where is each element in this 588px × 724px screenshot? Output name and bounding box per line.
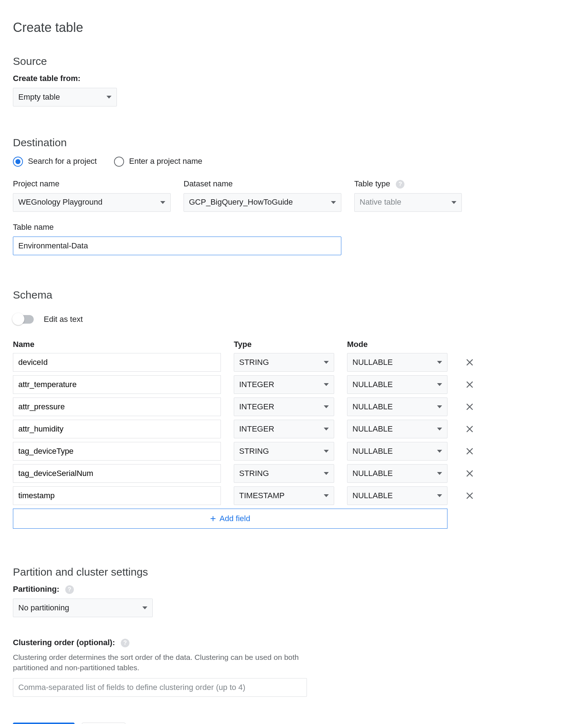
field-type-value: STRING	[239, 357, 269, 368]
field-name-input[interactable]	[13, 486, 221, 505]
table-name-input[interactable]	[13, 237, 341, 255]
field-type-dropdown[interactable]: INTEGER	[234, 420, 334, 438]
field-mode-value: NULLABLE	[352, 446, 393, 457]
field-name-input[interactable]	[13, 420, 221, 438]
delete-field-button[interactable]	[460, 464, 479, 483]
create-table-from-dropdown[interactable]: Empty table	[13, 88, 117, 106]
edit-as-text-label: Edit as text	[44, 314, 83, 325]
field-mode-value: NULLABLE	[352, 357, 393, 368]
field-mode-dropdown[interactable]: NULLABLE	[347, 442, 447, 461]
radio-icon-unchecked	[114, 157, 124, 167]
schema-col-name-header: Name	[13, 339, 221, 350]
schema-row: STRINGNULLABLE	[13, 442, 575, 461]
create-table-button[interactable]: Create table	[13, 723, 75, 724]
add-field-label: Add field	[219, 513, 250, 524]
caret-down-icon	[437, 450, 442, 453]
partitioning-label: Partitioning: ?	[13, 584, 575, 595]
radio-icon-checked	[13, 157, 23, 167]
field-name-input[interactable]	[13, 353, 221, 372]
delete-field-button[interactable]	[460, 442, 479, 461]
field-mode-value: NULLABLE	[352, 401, 393, 413]
caret-down-icon	[324, 450, 329, 453]
caret-down-icon	[437, 494, 442, 497]
dataset-name-label: Dataset name	[184, 178, 341, 190]
caret-down-icon	[324, 494, 329, 497]
table-type-label: Table type ?	[354, 178, 462, 190]
partitioning-value: No partitioning	[18, 602, 69, 614]
section-partition-heading: Partition and cluster settings	[13, 565, 575, 580]
cancel-button[interactable]: Cancel	[82, 723, 125, 724]
delete-field-button[interactable]	[460, 486, 479, 505]
field-mode-dropdown[interactable]: NULLABLE	[347, 486, 447, 505]
caret-down-icon	[324, 405, 329, 408]
radio-enter-label: Enter a project name	[129, 156, 202, 167]
radio-enter-project[interactable]: Enter a project name	[114, 156, 202, 167]
field-type-dropdown[interactable]: INTEGER	[234, 375, 334, 394]
field-type-value: INTEGER	[239, 379, 274, 390]
create-table-from-value: Empty table	[18, 92, 60, 103]
caret-down-icon	[437, 383, 442, 386]
field-name-input[interactable]	[13, 397, 221, 416]
clustering-label: Clustering order (optional): ?	[13, 637, 575, 648]
radio-search-project[interactable]: Search for a project	[13, 156, 97, 167]
field-mode-dropdown[interactable]: NULLABLE	[347, 353, 447, 372]
caret-down-icon	[437, 472, 442, 475]
delete-field-button[interactable]	[460, 397, 479, 416]
field-name-input[interactable]	[13, 375, 221, 394]
caret-down-icon	[142, 606, 147, 609]
section-schema-heading: Schema	[13, 287, 575, 303]
field-type-dropdown[interactable]: INTEGER	[234, 397, 334, 416]
field-name-input[interactable]	[13, 464, 221, 483]
schema-col-mode-header: Mode	[347, 339, 447, 350]
help-icon: ?	[396, 180, 404, 189]
section-source-heading: Source	[13, 54, 575, 69]
field-mode-dropdown[interactable]: NULLABLE	[347, 397, 447, 416]
field-type-value: INTEGER	[239, 401, 274, 413]
dataset-name-dropdown[interactable]: GCP_BigQuery_HowToGuide	[184, 193, 341, 212]
field-type-value: STRING	[239, 446, 269, 457]
schema-col-type-header: Type	[234, 339, 334, 350]
field-name-input[interactable]	[13, 442, 221, 461]
help-icon: ?	[65, 585, 74, 594]
schema-row: TIMESTAMPNULLABLE	[13, 486, 575, 505]
field-type-dropdown[interactable]: STRING	[234, 442, 334, 461]
field-type-dropdown[interactable]: STRING	[234, 464, 334, 483]
caret-down-icon	[324, 472, 329, 475]
caret-down-icon	[160, 201, 165, 204]
field-type-dropdown[interactable]: TIMESTAMP	[234, 486, 334, 505]
field-type-value: STRING	[239, 468, 269, 479]
caret-down-icon	[331, 201, 336, 204]
delete-field-button[interactable]	[460, 420, 479, 438]
field-type-dropdown[interactable]: STRING	[234, 353, 334, 372]
schema-row: INTEGERNULLABLE	[13, 420, 575, 438]
field-mode-dropdown[interactable]: NULLABLE	[347, 464, 447, 483]
dataset-name-value: GCP_BigQuery_HowToGuide	[189, 197, 293, 208]
caret-down-icon	[437, 361, 442, 364]
field-mode-value: NULLABLE	[352, 424, 393, 435]
table-name-label: Table name	[13, 222, 341, 233]
page-title: Create table	[13, 19, 575, 37]
field-mode-value: NULLABLE	[352, 379, 393, 390]
delete-field-button[interactable]	[460, 375, 479, 394]
clustering-order-input[interactable]	[13, 678, 307, 697]
add-field-button[interactable]: + Add field	[13, 509, 447, 529]
caret-down-icon	[324, 428, 329, 430]
field-type-value: INTEGER	[239, 424, 274, 435]
field-mode-dropdown[interactable]: NULLABLE	[347, 420, 447, 438]
caret-down-icon	[324, 361, 329, 364]
field-type-value: TIMESTAMP	[239, 490, 285, 501]
radio-search-label: Search for a project	[28, 156, 97, 167]
plus-icon: +	[210, 514, 216, 524]
caret-down-icon	[451, 201, 456, 204]
schema-row: INTEGERNULLABLE	[13, 375, 575, 394]
edit-as-text-toggle[interactable]	[13, 315, 34, 324]
project-name-dropdown[interactable]: WEGnology Playground	[13, 193, 171, 212]
table-type-dropdown[interactable]: Native table	[354, 193, 462, 212]
partitioning-dropdown[interactable]: No partitioning	[13, 599, 153, 617]
project-name-label: Project name	[13, 178, 171, 190]
caret-down-icon	[106, 96, 112, 99]
caret-down-icon	[437, 405, 442, 408]
delete-field-button[interactable]	[460, 353, 479, 372]
field-mode-dropdown[interactable]: NULLABLE	[347, 375, 447, 394]
caret-down-icon	[437, 428, 442, 430]
